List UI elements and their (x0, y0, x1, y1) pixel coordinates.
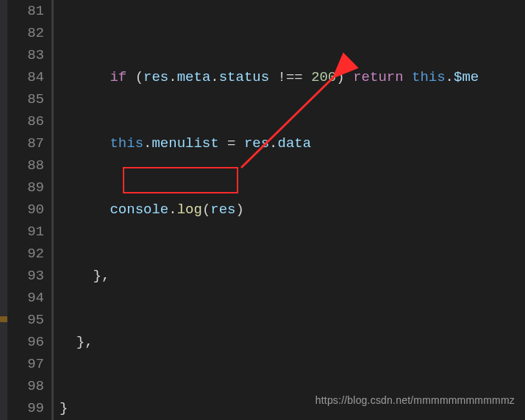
ident: console (110, 202, 168, 218)
line-number: 84 (7, 66, 44, 88)
brace: }, (76, 334, 93, 350)
brace: } (60, 400, 68, 416)
ident: res (244, 135, 269, 152)
ident: res (143, 69, 168, 85)
ident: meta (177, 69, 211, 85)
line-number: 95 (7, 309, 44, 331)
keyword: if (110, 69, 126, 85)
line-number: 87 (7, 132, 44, 154)
line-number: 96 (7, 331, 44, 353)
line-number: 93 (7, 265, 44, 287)
code-editor[interactable]: 81 82 83 84 85 86 87 88 89 90 91 92 93 9… (0, 0, 525, 420)
line-number-gutter: 81 82 83 84 85 86 87 88 89 90 91 92 93 9… (7, 0, 51, 420)
line-number: 82 (7, 22, 44, 44)
line-number: 92 (7, 243, 44, 265)
glyph-margin (0, 0, 7, 420)
line-number: 88 (7, 154, 44, 177)
code-line[interactable]: this.menulist = res.data (60, 132, 525, 154)
paren: ( (135, 69, 143, 85)
line-number: 89 (7, 177, 44, 199)
number: 200 (311, 69, 336, 85)
operator: !== (278, 69, 303, 85)
line-number: 99 (7, 397, 44, 419)
keyword: return (353, 69, 403, 85)
ident: $me (454, 69, 479, 85)
ident: data (278, 135, 312, 152)
watermark-text: https://blog.csdn.net/mmmmmmmmmmmz (315, 389, 515, 411)
code-line[interactable]: if (res.meta.status !== 200) return this… (60, 66, 525, 88)
func: log (177, 202, 202, 218)
line-number: 85 (7, 88, 44, 110)
line-number: 86 (7, 110, 44, 132)
keyword: this (110, 135, 143, 152)
ident: status (219, 69, 269, 85)
keyword: this (412, 69, 446, 85)
ident: menulist (151, 135, 218, 152)
glyph-marker (0, 316, 7, 322)
annotation-highlight-box (123, 167, 238, 193)
operator: = (227, 135, 235, 152)
line-number: 91 (7, 221, 44, 243)
line-number: 83 (7, 44, 44, 66)
code-line[interactable]: }, (60, 331, 525, 353)
line-number: 97 (7, 353, 44, 375)
line-number: 81 (7, 0, 44, 22)
line-number: 94 (7, 287, 44, 309)
ident: res (210, 202, 235, 218)
code-area[interactable]: if (res.meta.status !== 200) return this… (54, 0, 525, 420)
code-line[interactable]: console.log(res) (60, 199, 525, 221)
code-line[interactable]: }, (60, 265, 525, 287)
line-number: 90 (7, 199, 44, 221)
line-number: 98 (7, 375, 44, 397)
brace: }, (93, 268, 110, 284)
